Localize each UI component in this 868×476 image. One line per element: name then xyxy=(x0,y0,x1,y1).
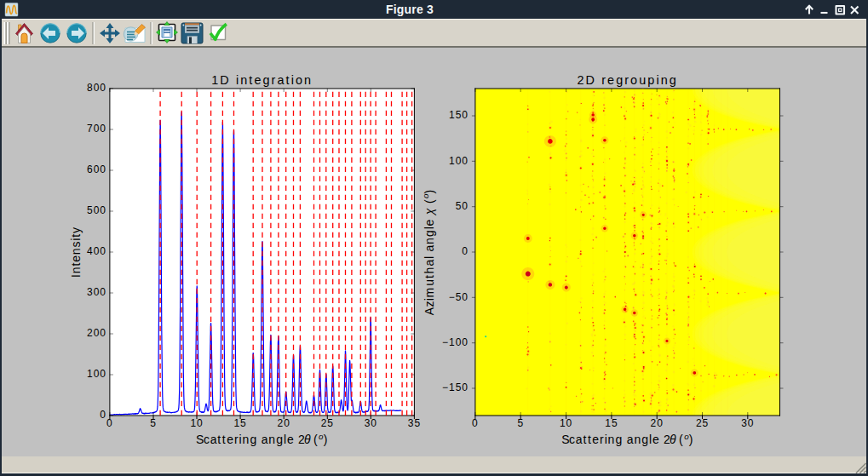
svg-text:5: 5 xyxy=(150,417,157,429)
svg-text:Scattering angle ()2θo: Scattering angle ()2θo xyxy=(561,432,693,446)
svg-text:25: 25 xyxy=(696,417,709,429)
svg-text:50: 50 xyxy=(456,200,468,212)
svg-text:15: 15 xyxy=(605,417,618,429)
svg-text:800: 800 xyxy=(87,82,106,94)
svg-text:10: 10 xyxy=(190,417,203,429)
svg-text:100: 100 xyxy=(449,155,468,167)
svg-text:25: 25 xyxy=(321,417,334,429)
svg-text:10: 10 xyxy=(560,417,572,429)
svg-text:2D regrouping: 2D regrouping xyxy=(577,73,678,87)
svg-text:−50: −50 xyxy=(449,291,468,303)
svg-text:700: 700 xyxy=(87,123,106,135)
svg-text:15: 15 xyxy=(233,417,246,429)
svg-text:Scattering angle ()2θo: Scattering angle ()2θo xyxy=(196,432,327,446)
svg-text:150: 150 xyxy=(449,109,468,121)
svg-text:30: 30 xyxy=(741,417,754,429)
svg-text:0: 0 xyxy=(106,417,113,429)
svg-text:5: 5 xyxy=(517,417,524,429)
svg-text:600: 600 xyxy=(87,163,106,175)
svg-text:20: 20 xyxy=(651,417,664,429)
svg-text:0: 0 xyxy=(472,417,479,429)
svg-text:−150: −150 xyxy=(442,381,468,393)
svg-text:100: 100 xyxy=(87,368,106,380)
svg-text:200: 200 xyxy=(87,327,106,339)
svg-text:0: 0 xyxy=(100,409,106,421)
svg-text:0: 0 xyxy=(462,245,468,257)
svg-text:−100: −100 xyxy=(442,336,468,348)
svg-text:Intensity: Intensity xyxy=(69,227,83,278)
svg-text:500: 500 xyxy=(87,204,106,216)
svg-text:400: 400 xyxy=(87,245,106,257)
svg-text:30: 30 xyxy=(365,417,377,429)
svg-text:1D integration: 1D integration xyxy=(211,73,313,87)
svg-text:35: 35 xyxy=(408,417,421,429)
svg-text:300: 300 xyxy=(87,286,106,298)
svg-text:Azimuthal angle ()χo: Azimuthal angle ()χo xyxy=(421,190,435,315)
svg-text:20: 20 xyxy=(278,417,290,429)
